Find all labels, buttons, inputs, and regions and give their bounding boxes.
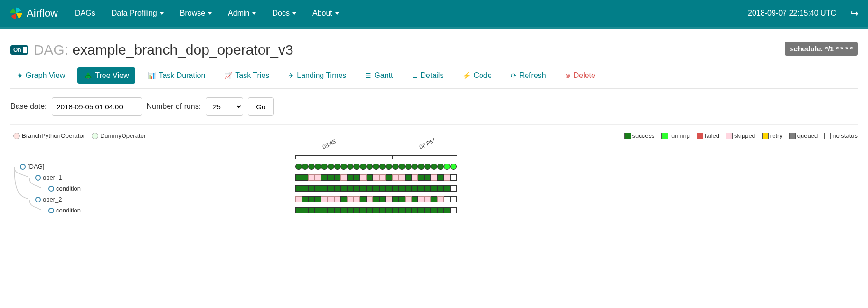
task-instance-cell[interactable] bbox=[418, 185, 425, 192]
task-instance-cell[interactable] bbox=[392, 174, 399, 181]
nav-item-browse[interactable]: Browse bbox=[180, 9, 212, 18]
task-instance-cell[interactable] bbox=[444, 164, 451, 170]
task-instance-cell[interactable] bbox=[450, 174, 457, 181]
task-instance-cell[interactable] bbox=[379, 207, 386, 213]
task-instance-cell[interactable] bbox=[340, 164, 347, 170]
tab-gantt[interactable]: ☰Gantt bbox=[359, 67, 399, 84]
task-instance-cell[interactable] bbox=[295, 207, 302, 213]
task-instance-cell[interactable] bbox=[418, 174, 425, 181]
task-instance-cell[interactable] bbox=[437, 164, 444, 170]
task-instance-cell[interactable] bbox=[405, 196, 412, 202]
task-instance-cell[interactable] bbox=[399, 196, 406, 202]
task-instance-cell[interactable] bbox=[295, 196, 302, 202]
tree-row[interactable]: oper_2 bbox=[20, 194, 81, 205]
tab-refresh[interactable]: ⟳Refresh bbox=[504, 67, 553, 84]
schedule-badge[interactable]: schedule: */1 * * * * bbox=[785, 42, 858, 56]
tree-row[interactable]: condition bbox=[20, 183, 81, 194]
task-instance-cell[interactable] bbox=[308, 164, 315, 170]
task-instance-cell[interactable] bbox=[405, 207, 412, 213]
task-instance-cell[interactable] bbox=[340, 207, 347, 213]
task-instance-cell[interactable] bbox=[437, 174, 444, 181]
task-instance-cell[interactable] bbox=[386, 185, 392, 192]
task-instance-cell[interactable] bbox=[437, 185, 444, 192]
task-instance-cell[interactable] bbox=[373, 174, 379, 181]
task-instance-cell[interactable] bbox=[425, 164, 431, 170]
nav-item-data-profiling[interactable]: Data Profiling bbox=[112, 9, 164, 18]
base-date-input[interactable] bbox=[52, 97, 142, 116]
task-instance-cell[interactable] bbox=[295, 174, 302, 181]
task-instance-cell[interactable] bbox=[425, 174, 431, 181]
task-instance-cell[interactable] bbox=[386, 207, 392, 213]
task-instance-cell[interactable] bbox=[379, 196, 386, 202]
task-instance-cell[interactable] bbox=[418, 164, 425, 170]
task-instance-cell[interactable] bbox=[347, 207, 354, 213]
task-instance-cell[interactable] bbox=[425, 196, 431, 202]
nav-item-admin[interactable]: Admin bbox=[228, 9, 256, 18]
task-instance-cell[interactable] bbox=[392, 196, 399, 202]
task-instance-cell[interactable] bbox=[405, 185, 412, 192]
logout-icon[interactable]: ↪ bbox=[850, 8, 859, 19]
task-instance-cell[interactable] bbox=[340, 174, 347, 181]
task-instance-cell[interactable] bbox=[399, 207, 406, 213]
task-instance-cell[interactable] bbox=[437, 207, 444, 213]
tab-details[interactable]: ≣Details bbox=[406, 67, 451, 84]
task-instance-cell[interactable] bbox=[450, 164, 457, 170]
tree-row[interactable]: condition bbox=[20, 205, 81, 216]
task-instance-cell[interactable] bbox=[315, 174, 321, 181]
task-instance-cell[interactable] bbox=[353, 174, 360, 181]
task-instance-cell[interactable] bbox=[321, 207, 328, 213]
task-instance-cell[interactable] bbox=[353, 196, 360, 202]
tab-landing-times[interactable]: ✈Landing Times bbox=[282, 67, 353, 84]
task-instance-cell[interactable] bbox=[334, 174, 341, 181]
task-instance-cell[interactable] bbox=[295, 164, 302, 170]
task-instance-cell[interactable] bbox=[412, 185, 418, 192]
tree-row[interactable]: [DAG] bbox=[20, 161, 81, 172]
task-instance-cell[interactable] bbox=[418, 207, 425, 213]
task-instance-cell[interactable] bbox=[450, 207, 457, 213]
num-runs-select[interactable]: 25 bbox=[206, 97, 243, 116]
nav-item-dags[interactable]: DAGs bbox=[75, 9, 95, 18]
task-instance-cell[interactable] bbox=[302, 174, 309, 181]
task-instance-cell[interactable] bbox=[353, 207, 360, 213]
task-instance-cell[interactable] bbox=[431, 196, 437, 202]
task-instance-cell[interactable] bbox=[412, 207, 418, 213]
tab-tree-view[interactable]: 🌲Tree View bbox=[77, 67, 135, 84]
task-instance-cell[interactable] bbox=[321, 164, 328, 170]
task-instance-cell[interactable] bbox=[450, 185, 457, 192]
task-instance-cell[interactable] bbox=[450, 196, 457, 202]
task-instance-cell[interactable] bbox=[321, 174, 328, 181]
task-instance-cell[interactable] bbox=[308, 196, 315, 202]
task-instance-cell[interactable] bbox=[399, 174, 406, 181]
task-instance-cell[interactable] bbox=[425, 207, 431, 213]
tab-delete[interactable]: ⊗Delete bbox=[558, 67, 602, 84]
task-instance-cell[interactable] bbox=[386, 174, 392, 181]
task-instance-cell[interactable] bbox=[437, 196, 444, 202]
task-instance-cell[interactable] bbox=[379, 174, 386, 181]
task-instance-cell[interactable] bbox=[360, 185, 367, 192]
task-instance-cell[interactable] bbox=[373, 207, 379, 213]
task-instance-cell[interactable] bbox=[373, 164, 379, 170]
task-instance-cell[interactable] bbox=[392, 164, 399, 170]
task-instance-cell[interactable] bbox=[399, 164, 406, 170]
task-instance-cell[interactable] bbox=[315, 164, 321, 170]
task-instance-cell[interactable] bbox=[386, 196, 392, 202]
tab-task-tries[interactable]: 📈Task Tries bbox=[217, 67, 276, 84]
tree-row[interactable]: oper_1 bbox=[20, 172, 81, 183]
task-instance-cell[interactable] bbox=[353, 164, 360, 170]
task-instance-cell[interactable] bbox=[360, 196, 367, 202]
task-instance-cell[interactable] bbox=[379, 185, 386, 192]
task-instance-cell[interactable] bbox=[360, 207, 367, 213]
task-instance-cell[interactable] bbox=[347, 185, 354, 192]
task-instance-cell[interactable] bbox=[308, 207, 315, 213]
task-instance-cell[interactable] bbox=[431, 174, 437, 181]
task-instance-cell[interactable] bbox=[431, 185, 437, 192]
task-instance-cell[interactable] bbox=[444, 207, 451, 213]
task-instance-cell[interactable] bbox=[315, 196, 321, 202]
task-instance-cell[interactable] bbox=[360, 174, 367, 181]
task-instance-cell[interactable] bbox=[425, 185, 431, 192]
task-instance-cell[interactable] bbox=[379, 164, 386, 170]
task-instance-cell[interactable] bbox=[315, 207, 321, 213]
task-instance-cell[interactable] bbox=[444, 185, 451, 192]
nav-item-docs[interactable]: Docs bbox=[272, 9, 296, 18]
task-instance-cell[interactable] bbox=[347, 196, 354, 202]
